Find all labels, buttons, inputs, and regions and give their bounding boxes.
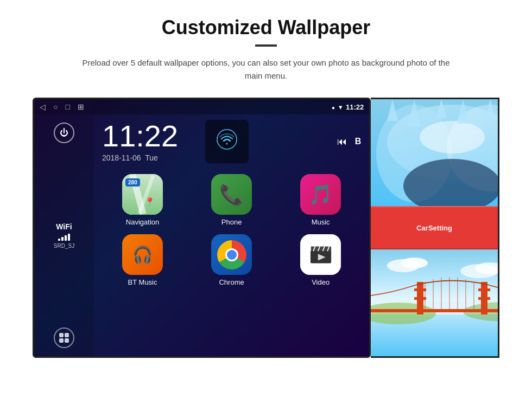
chrome-app-icon [211,234,252,275]
apps-button[interactable] [54,327,74,348]
title-divider [255,44,277,47]
clock-time: 11:22 [102,121,178,151]
wifi-large-icon [216,129,238,155]
video-app-label: Video [312,278,330,286]
wallpaper-thumb-bridge[interactable] [371,249,498,356]
app-item-phone[interactable]: 📞 Phone [191,174,272,226]
clock-display: 11:22 2018-11-06 Tue [102,121,178,162]
navigation-app-icon: 280 📍 [122,174,163,215]
ice-cave-image [371,99,498,206]
app-item-navigation[interactable]: 280 📍 Navigation [102,174,183,226]
app-item-video[interactable]: Video [280,234,361,286]
device-container: ◁ ○ □ ⊞ ⬥ ▾ 11:22 ⏻ [33,98,499,358]
status-bar-left: ◁ ○ □ ⊞ [40,102,84,111]
app-item-bt-music[interactable]: 🎧 BT Music [102,234,183,286]
media-controls: ⏮ B [337,136,362,147]
bridge-image [371,249,498,356]
media-widget [205,120,249,163]
navigation-app-label: Navigation [126,218,159,226]
page-title: Customized Wallpaper [33,16,499,39]
music-icon: 🎵 [308,183,333,206]
wifi-status-icon: ▾ [339,103,343,111]
app-item-music[interactable]: 🎵 Music [280,174,361,226]
status-time: 11:22 [346,103,364,111]
status-bar: ◁ ○ □ ⊞ ⬥ ▾ 11:22 [34,99,369,114]
svg-rect-29 [371,309,498,312]
wifi-info: WiFi SRD_SJ [54,222,74,249]
wifi-bar-1 [58,239,60,241]
svg-rect-35 [478,297,490,300]
video-app-icon [300,234,341,275]
home-nav-icon[interactable]: ○ [53,102,58,111]
location-icon: ⬥ [331,103,335,111]
screen-content: ⏻ WiFi SRD_SJ [34,114,369,356]
svg-point-13 [420,121,485,153]
clock-date-text: 2018-11-06 Tue [102,153,178,162]
map-pin-icon: 📍 [144,197,155,207]
music-app-label: Music [312,218,330,226]
app-item-chrome[interactable]: Chrome [191,234,272,286]
wifi-network-name: SRD_SJ [54,243,74,249]
recents-nav-icon[interactable]: □ [65,102,69,111]
music-app-icon: 🎵 [300,174,341,215]
wifi-bar-4 [68,234,70,241]
clock-date-row: 11:22 2018-11-06 Tue [102,120,361,163]
android-screen: ◁ ○ □ ⊞ ⬥ ▾ 11:22 ⏻ [33,98,371,358]
phone-app-label: Phone [221,218,242,226]
left-sidebar: ⏻ WiFi SRD_SJ [34,114,94,356]
bt-icon: 🎧 [132,245,153,264]
wifi-bars [54,233,74,241]
chrome-app-label: Chrome [219,278,244,286]
bt-music-app-icon: 🎧 [122,234,163,275]
apps-grid-icon [59,333,69,343]
wallpaper-middle-strip: CarSetting [371,206,498,249]
bt-music-app-label: BT Music [128,278,157,286]
page-subtitle: Preload over 5 default wallpaper options… [76,56,456,82]
screenshot-nav-icon[interactable]: ⊞ [78,102,84,111]
wifi-bar-2 [61,237,64,241]
chrome-circle [217,240,246,269]
wallpaper-thumb-ice-cave[interactable] [371,99,498,206]
power-icon: ⏻ [60,128,68,138]
phone-app-icon: 📞 [211,174,252,215]
prev-track-icon[interactable]: ⏮ [337,136,347,147]
back-nav-icon[interactable]: ◁ [40,102,46,111]
svg-rect-32 [414,288,426,291]
nav-badge: 280 [125,178,140,187]
chrome-inner-dot [225,248,238,261]
wallpaper-thumbnails: CarSetting [371,98,499,358]
track-info: B [355,137,362,146]
power-button[interactable]: ⏻ [54,123,74,143]
wifi-label: WiFi [54,222,74,231]
svg-rect-34 [478,288,490,291]
svg-point-23 [401,258,428,268]
svg-rect-33 [414,297,426,300]
wifi-bar-3 [65,235,67,241]
carsetting-label: CarSetting [416,224,452,232]
phone-icon: 📞 [219,183,244,206]
app-grid: 280 📍 Navigation 📞 [102,174,361,286]
center-content: 11:22 2018-11-06 Tue [94,114,369,356]
status-bar-right: ⬥ ▾ 11:22 [331,103,364,111]
